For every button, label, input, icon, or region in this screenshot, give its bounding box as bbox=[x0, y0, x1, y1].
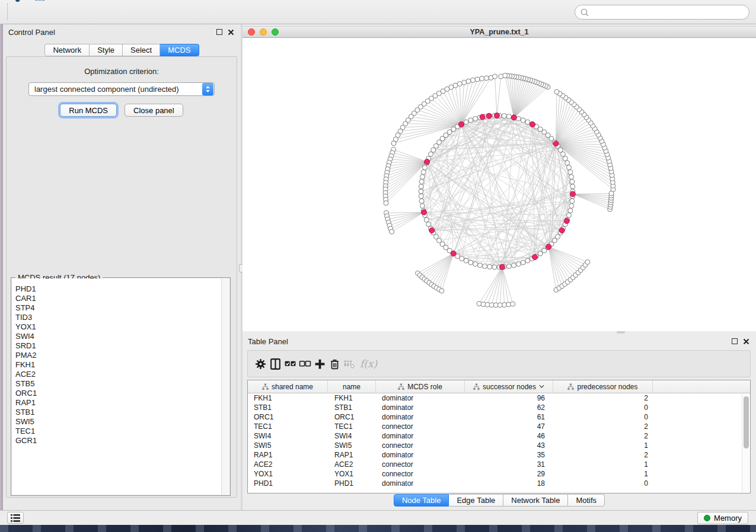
table-cell[interactable]: SWI4 bbox=[248, 432, 328, 440]
mcds-result-item[interactable]: YOX1 bbox=[15, 322, 221, 332]
tab-mcds[interactable]: MCDS bbox=[160, 44, 199, 56]
table-cell[interactable]: ORC1 bbox=[248, 413, 328, 421]
table-cell[interactable]: 2 bbox=[553, 394, 653, 402]
table-cell[interactable]: STB1 bbox=[328, 403, 376, 412]
table-cell[interactable]: STB1 bbox=[248, 403, 328, 412]
table-cell[interactable]: SWI5 bbox=[328, 441, 376, 450]
window-zoom-light[interactable] bbox=[272, 28, 279, 36]
run-mcds-button[interactable]: Run MCDS bbox=[60, 104, 117, 117]
table-cell[interactable]: TEC1 bbox=[328, 422, 376, 431]
mcds-result-scrollbar[interactable] bbox=[221, 278, 229, 495]
table-row[interactable]: SWI5SWI5connector431 bbox=[248, 441, 750, 450]
table-cell[interactable]: 2 bbox=[553, 422, 653, 431]
column-header-predecessor-nodes[interactable]: predecessor nodes bbox=[553, 380, 653, 393]
table-cell[interactable]: 0 bbox=[553, 413, 653, 421]
table-cell[interactable]: 1 bbox=[553, 470, 653, 478]
table-cell[interactable]: 35 bbox=[465, 451, 553, 459]
export-table-button[interactable] bbox=[28, 0, 53, 4]
table-cell[interactable]: ORC1 bbox=[328, 413, 376, 421]
export-image-button[interactable] bbox=[53, 0, 78, 4]
table-row[interactable]: YOX1YOX1connector291 bbox=[248, 469, 750, 479]
mcds-result-item[interactable]: SWI4 bbox=[15, 332, 221, 341]
table-cell[interactable]: 0 bbox=[553, 403, 653, 412]
mcds-result-item[interactable]: GCR1 bbox=[15, 436, 221, 446]
mcds-result-item[interactable]: PMA2 bbox=[15, 351, 221, 360]
table-cell[interactable]: 18 bbox=[465, 479, 553, 488]
network-canvas[interactable] bbox=[243, 38, 756, 331]
task-history-button[interactable] bbox=[7, 512, 24, 524]
table-row[interactable]: STB1STB1dominator620 bbox=[248, 403, 750, 412]
mcds-result-item[interactable]: ORC1 bbox=[15, 389, 221, 398]
mcds-result-item[interactable]: RAP1 bbox=[15, 398, 221, 408]
table-cell[interactable]: 47 bbox=[465, 422, 553, 431]
table-row[interactable]: FKH1FKH1dominator962 bbox=[248, 393, 750, 403]
table-cell[interactable]: 62 bbox=[465, 403, 553, 412]
tab-edge-table[interactable]: Edge Table bbox=[449, 494, 503, 507]
table-row[interactable]: PHD1PHD1dominator180 bbox=[248, 479, 750, 488]
table-cell[interactable]: connector bbox=[376, 460, 465, 469]
mcds-result-list[interactable]: PHD1CAR1STP4TID3YOX1SWI4SRD1PMA2FKH1ACE2… bbox=[12, 278, 221, 495]
table-cell[interactable]: dominator bbox=[376, 479, 465, 488]
mcds-result-item[interactable]: TEC1 bbox=[15, 427, 221, 436]
table-row[interactable]: TEC1TEC1connector472 bbox=[248, 422, 750, 431]
column-header-successor-nodes[interactable]: successor nodes bbox=[465, 380, 553, 393]
table-cell[interactable]: RAP1 bbox=[248, 451, 328, 459]
table-row[interactable]: SWI4SWI4dominator462 bbox=[248, 431, 750, 441]
table-cell[interactable]: RAP1 bbox=[328, 451, 376, 459]
table-cell[interactable]: dominator bbox=[376, 403, 465, 412]
table-cell[interactable]: 2 bbox=[553, 451, 653, 459]
table-cell[interactable]: 1 bbox=[553, 460, 653, 469]
table-scrollbar[interactable] bbox=[742, 394, 749, 492]
tab-style[interactable]: Style bbox=[90, 44, 123, 56]
table-cell[interactable]: FKH1 bbox=[328, 394, 376, 402]
window-close-light[interactable] bbox=[248, 28, 255, 36]
table-cell[interactable]: connector bbox=[376, 441, 465, 450]
mcds-result-item[interactable]: STB5 bbox=[15, 379, 221, 389]
mcds-result-item[interactable]: PHD1 bbox=[15, 284, 221, 294]
table-cell[interactable]: TEC1 bbox=[248, 422, 328, 431]
table-cell[interactable]: dominator bbox=[376, 451, 465, 459]
mcds-result-item[interactable]: STP4 bbox=[15, 303, 221, 313]
table-cell[interactable]: ACE2 bbox=[328, 460, 376, 469]
mcds-result-item[interactable]: ACE2 bbox=[15, 370, 221, 379]
table-cell[interactable]: 0 bbox=[553, 479, 653, 488]
table-cell[interactable]: 96 bbox=[465, 394, 553, 402]
table-cell[interactable]: 61 bbox=[465, 413, 553, 421]
criterion-select[interactable]: largest connected component (undirected) bbox=[28, 82, 215, 96]
table-cell[interactable]: ACE2 bbox=[248, 460, 328, 469]
mcds-result-item[interactable]: SRD1 bbox=[15, 341, 221, 351]
table-cell[interactable]: dominator bbox=[376, 432, 465, 440]
tab-select[interactable]: Select bbox=[123, 44, 160, 56]
delete-row-button[interactable] bbox=[327, 357, 342, 371]
table-cell[interactable]: dominator bbox=[376, 394, 465, 402]
table-cell[interactable]: PHD1 bbox=[248, 479, 328, 488]
show-columns-button[interactable] bbox=[268, 357, 282, 371]
scrollbar-thumb[interactable] bbox=[744, 396, 749, 448]
column-header-MCDS-role[interactable]: MCDS role bbox=[376, 380, 465, 393]
close-panel-icon[interactable] bbox=[228, 29, 234, 36]
table-row[interactable]: ORC1ORC1dominator610 bbox=[248, 412, 750, 422]
mcds-result-item[interactable]: FKH1 bbox=[15, 360, 221, 370]
table-cell[interactable]: YOX1 bbox=[328, 470, 376, 478]
select-all-checks-button[interactable] bbox=[283, 357, 297, 371]
close-mcds-panel-button[interactable]: Close panel bbox=[125, 104, 183, 117]
mcds-result-item[interactable]: SWI5 bbox=[15, 417, 221, 427]
table-cell[interactable]: PHD1 bbox=[328, 479, 376, 488]
mcds-result-item[interactable]: STB1 bbox=[15, 408, 221, 417]
table-cell[interactable]: SWI5 bbox=[248, 441, 328, 450]
table-cell[interactable]: 1 bbox=[553, 441, 653, 450]
table-cell[interactable]: connector bbox=[376, 470, 465, 478]
close-panel-icon[interactable] bbox=[743, 338, 749, 345]
table-cell[interactable]: 46 bbox=[465, 432, 553, 440]
settings-gear-button[interactable] bbox=[253, 357, 267, 371]
table-cell[interactable]: FKH1 bbox=[248, 394, 328, 402]
table-cell[interactable]: dominator bbox=[376, 413, 465, 421]
float-panel-icon[interactable] bbox=[732, 338, 738, 344]
mcds-result-item[interactable]: CAR1 bbox=[15, 294, 221, 303]
memory-button[interactable]: Memory bbox=[697, 512, 748, 524]
search-input[interactable] bbox=[575, 5, 749, 20]
window-minimize-light[interactable] bbox=[260, 28, 267, 36]
table-row[interactable]: RAP1RAP1dominator352 bbox=[248, 450, 750, 460]
table-cell[interactable]: 43 bbox=[465, 441, 553, 450]
column-header-name[interactable]: name bbox=[328, 380, 376, 393]
